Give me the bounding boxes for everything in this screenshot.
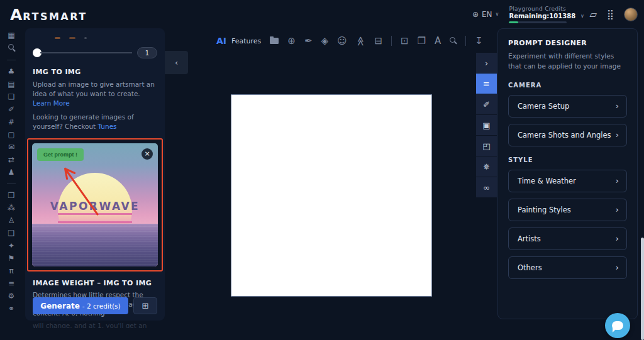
user-profile-icon[interactable]: ♙	[6, 217, 16, 224]
add-image-button[interactable]: ⊞	[133, 297, 157, 314]
chat-bubbles-icon[interactable]: ✉	[6, 143, 16, 151]
branch-icon[interactable]: ⚑	[6, 255, 16, 262]
emoji-icon[interactable]: ☺	[337, 36, 347, 46]
collapse-right-panel-button[interactable]: ›	[476, 53, 497, 73]
chevron-right-icon: ›	[616, 101, 619, 111]
canvas-frame-icon[interactable]: ▢	[6, 131, 16, 138]
text-tool-icon[interactable]: A	[435, 36, 441, 46]
img-to-img-title: IMG TO IMG	[33, 68, 157, 76]
map-icon[interactable]: ▱	[589, 9, 597, 20]
chat-bubble-icon	[612, 321, 623, 330]
features-label: Features	[231, 37, 261, 45]
brush-icon[interactable]: ✒	[304, 36, 313, 46]
models-icon[interactable]: ♣	[6, 68, 16, 75]
image-weight-title: IMAGE WEIGHT – IMG TO IMG	[33, 279, 157, 287]
language-selector[interactable]: ⊛ EN ∨	[472, 10, 499, 19]
team-icon[interactable]: ⁂	[6, 204, 16, 212]
image-search-icon: ◰	[482, 141, 490, 151]
tab-magic-wand[interactable]: ✐	[476, 94, 497, 114]
apps-menu-icon[interactable]: ▦	[6, 31, 16, 39]
layers-icon[interactable]: ❐	[418, 36, 426, 46]
page-scrollbar-thumb[interactable]	[641, 238, 644, 340]
search-icon[interactable]	[6, 44, 16, 52]
image-weight-description-clipped: will change, and at 1, you'll get an unr…	[33, 321, 157, 328]
chevron-right-icon: ›	[616, 205, 619, 214]
list-icon[interactable]: ≡	[6, 280, 16, 287]
toolbar-divider	[465, 36, 466, 46]
artists-button[interactable]: Artists ›	[508, 228, 627, 250]
gallery-icon[interactable]: ▤	[6, 80, 16, 88]
chevron-right-icon: ›	[485, 58, 488, 68]
magic-wand-icon: ✐	[483, 100, 490, 109]
learn-more-link[interactable]: Learn More	[33, 99, 70, 107]
uploaded-image-preview[interactable]: VAPORWAVE Get prompt ! ×	[32, 143, 158, 266]
open-folder-icon[interactable]	[270, 36, 279, 46]
add-user-icon[interactable]: ♟	[6, 168, 16, 176]
drawing-canvas[interactable]	[231, 95, 431, 296]
globe-icon: ⊛	[472, 10, 479, 19]
time-weather-button[interactable]: Time & Weather ›	[508, 170, 627, 192]
apps-grid-icon[interactable]: ⣿	[607, 9, 614, 20]
remove-background-icon[interactable]: ⊟	[374, 36, 382, 46]
bridge-icon[interactable]: π	[6, 267, 16, 275]
logo-text: RTSMART	[23, 11, 87, 23]
camera-shots-angles-button[interactable]: Camera Shots and Angles ›	[508, 124, 627, 146]
tab-links[interactable]: ∞	[476, 177, 497, 197]
right-tab-rail: › ≡ ✐ ▣ ◰ ✵ ∞	[476, 53, 497, 197]
hashtag-icon[interactable]: #	[6, 118, 16, 126]
settings-gear-icon[interactable]: ⚙	[6, 292, 16, 300]
notes-icon[interactable]: ❑	[6, 229, 16, 237]
generate-button[interactable]: Generate - 2 credit(s)	[33, 297, 128, 314]
ai-features-badge[interactable]: AI	[216, 36, 226, 46]
generate-row: Generate - 2 credit(s) ⊞	[33, 297, 157, 314]
credits-progress-track	[509, 21, 567, 23]
chat-support-button[interactable]	[605, 313, 630, 338]
tunes-description: Looking to generate images of yourself? …	[33, 112, 157, 131]
add-circle-icon[interactable]: ⊕	[287, 36, 296, 46]
upscale-icon[interactable]: ≫	[356, 36, 365, 46]
chevron-right-icon: ›	[616, 263, 619, 272]
swap-arrows-icon[interactable]: ⇄	[6, 156, 16, 163]
close-icon[interactable]: ×	[142, 148, 153, 160]
image-star-icon: ▣	[482, 121, 490, 130]
user-avatar[interactable]	[624, 8, 638, 21]
seal-star-icon: ✵	[483, 162, 490, 172]
slider-track[interactable]	[40, 52, 132, 53]
tab-image-search[interactable]: ◰	[476, 136, 497, 156]
clipped-content-hint	[33, 35, 157, 41]
tab-prompt-designer[interactable]: ≡	[476, 74, 497, 94]
img-to-img-description: Upload an image to give artsmart an idea…	[33, 80, 157, 109]
artsmart-logo[interactable]: ARTSMART	[10, 6, 87, 24]
others-button[interactable]: Others ›	[508, 256, 627, 279]
sliders-icon: ≡	[483, 79, 490, 89]
zoom-in-icon[interactable]	[450, 36, 457, 46]
get-prompt-button[interactable]: Get prompt !	[37, 148, 84, 161]
crop-icon[interactable]: ⊡	[401, 36, 409, 46]
slider-value-badge: 1	[137, 47, 157, 58]
section-style-label: STYLE	[508, 156, 627, 163]
credits-widget[interactable]: Playground Credits Remaining: 101388 ∨	[509, 6, 579, 23]
collapse-left-panel-button[interactable]: ‹	[165, 51, 188, 74]
tab-quality-seal[interactable]: ✵	[476, 156, 497, 177]
documents-icon[interactable]: ❐	[6, 192, 16, 199]
rings-icon: ∞	[483, 183, 490, 192]
tab-image-style[interactable]: ▣	[476, 115, 497, 135]
community-icon[interactable]: ⚭	[6, 305, 16, 312]
prompt-designer-title: PROMPT DESIGNER	[508, 39, 627, 47]
magic-wand-icon[interactable]: ✐	[6, 106, 16, 113]
tunes-link[interactable]: Tunes	[98, 123, 117, 130]
library-icon[interactable]: ❏	[6, 93, 16, 101]
plugins-icon[interactable]: ✦	[6, 242, 16, 250]
credits-title: Playground Credits	[509, 6, 579, 12]
header-actions: ⊛ EN ∨ Playground Credits Remaining: 101…	[472, 0, 638, 28]
painting-styles-button[interactable]: Painting Styles ›	[508, 199, 627, 221]
download-icon[interactable]: ↧	[475, 36, 483, 46]
vaporwave-sea	[32, 224, 158, 267]
logo-letter-a: A	[10, 6, 23, 24]
camera-setup-button[interactable]: Camera Setup ›	[508, 95, 627, 118]
chevron-right-icon: ›	[616, 234, 619, 243]
credits-chevron-icon[interactable]: ∨	[580, 13, 584, 19]
vaporwave-caption: VAPORWAVE	[32, 200, 158, 212]
eraser-icon[interactable]: ◈	[321, 36, 329, 46]
chevron-down-icon: ∨	[496, 11, 499, 17]
